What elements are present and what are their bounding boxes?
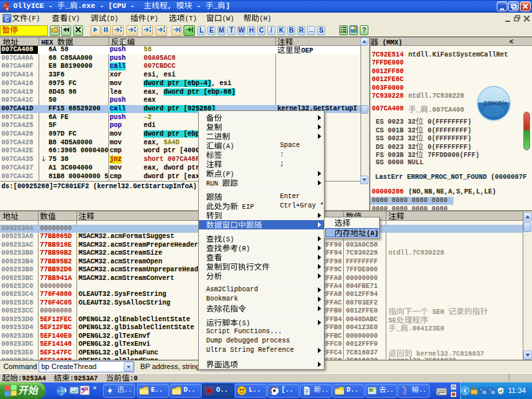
svg-text:C: C bbox=[5, 16, 9, 23]
svg-text:239KB/s: 239KB/s bbox=[483, 100, 507, 106]
